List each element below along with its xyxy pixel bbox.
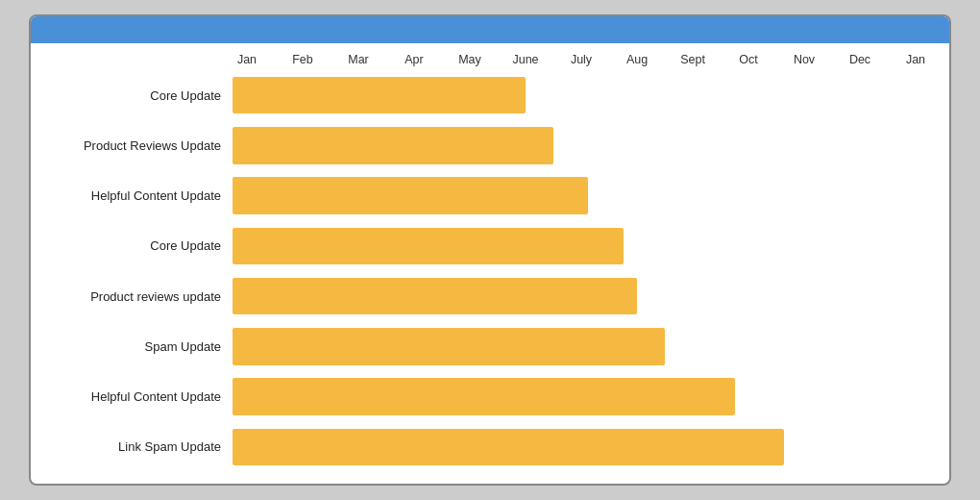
bar (233, 429, 784, 466)
bar-track (233, 273, 930, 319)
month-label: Oct (734, 53, 763, 66)
bar-label: Core Update (40, 238, 233, 253)
axis-row: JanFebMarAprMayJuneJulyAugSeptOctNovDecJ… (40, 53, 930, 68)
bar-row: Product Reviews Update (40, 122, 930, 168)
bar-row: Link Spam Update (40, 424, 930, 470)
bar-track (233, 223, 930, 269)
month-label: Apr (400, 53, 429, 66)
bar-row: Core Update (40, 223, 930, 269)
bar-track (233, 374, 930, 420)
bar-label: Link Spam Update (40, 439, 233, 454)
chart-header (31, 16, 949, 43)
month-label: Aug (623, 53, 651, 66)
bar-row: Spam Update (40, 323, 930, 369)
month-label: Jan (901, 53, 930, 66)
bar-track (233, 122, 930, 168)
bar-track (233, 173, 930, 219)
month-label: May (455, 53, 484, 66)
month-label: Feb (288, 53, 317, 66)
bar-label: Product Reviews Update (40, 138, 233, 153)
bar (233, 177, 588, 214)
bar (233, 278, 637, 315)
bar-track (233, 424, 930, 470)
month-axis: JanFebMarAprMayJuneJulyAugSeptOctNovDecJ… (233, 53, 930, 68)
bar-row: Product reviews update (40, 273, 930, 319)
month-label: Nov (790, 53, 819, 66)
chart-body: JanFebMarAprMayJuneJulyAugSeptOctNovDecJ… (31, 43, 949, 484)
bar (233, 228, 624, 265)
month-label: Jan (233, 53, 261, 66)
month-label: Dec (845, 53, 874, 66)
month-label: Mar (344, 53, 373, 66)
bar-row: Helpful Content Update (40, 173, 930, 219)
chart-container: JanFebMarAprMayJuneJulyAugSeptOctNovDecJ… (29, 14, 951, 486)
month-label: June (511, 53, 540, 66)
bar-label: Core Update (40, 88, 233, 103)
bar (233, 77, 526, 114)
month-label: July (567, 53, 596, 66)
bar (233, 127, 553, 164)
month-label: Sept (678, 53, 707, 66)
bar (233, 378, 735, 415)
bar (233, 328, 665, 365)
bar-label: Product reviews update (40, 289, 233, 304)
bar-row: Core Update (40, 72, 930, 118)
bar-label: Spam Update (40, 339, 233, 354)
bar-row: Helpful Content Update (40, 374, 930, 420)
bar-label: Helpful Content Update (40, 389, 233, 404)
bar-track (233, 72, 930, 118)
bar-track (233, 323, 930, 369)
bar-label: Helpful Content Update (40, 188, 233, 203)
